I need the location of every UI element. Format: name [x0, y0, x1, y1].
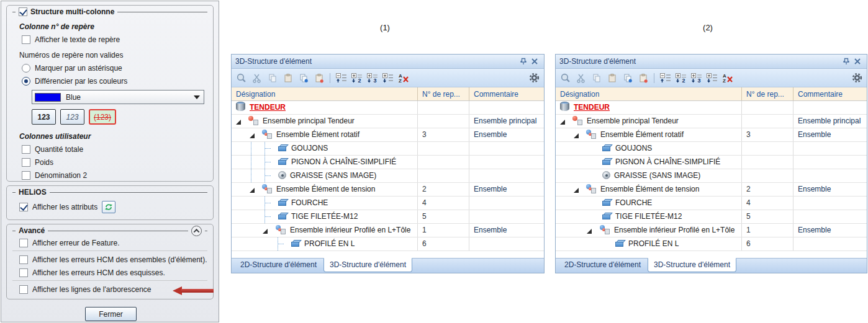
table-row[interactable]: PROFILÉ EN L 6 [556, 237, 867, 251]
copy-special-icon[interactable] [622, 73, 633, 83]
poids-checkbox[interactable] [22, 158, 30, 167]
group-avance-title: Avancé [19, 226, 45, 235]
lignes-arborescence-checkbox[interactable] [19, 285, 28, 294]
collapse-all-icon[interactable] [335, 73, 347, 83]
column-commentaire[interactable]: Commentaire [469, 87, 544, 100]
table-row[interactable]: TIGE FILETÉE-M12 5 [556, 210, 867, 224]
grease-icon [278, 171, 286, 179]
tree-line [264, 197, 265, 210]
table-row[interactable]: FOURCHE 4 [556, 197, 867, 210]
expander-icon[interactable] [574, 188, 579, 193]
table-header: Désignation N° de rep... Commentaire [556, 87, 867, 101]
table-row[interactable]: GOUJONS [556, 142, 867, 156]
divider [12, 280, 207, 281]
quantite-totale-checkbox[interactable] [22, 145, 30, 154]
assembly-icon [599, 225, 610, 234]
structure-multicolonne-checkbox[interactable] [19, 7, 27, 16]
group-helios-title: HELiOS [19, 188, 47, 197]
settings-gear-icon[interactable] [851, 73, 863, 83]
expander-icon[interactable] [574, 133, 579, 138]
color-dropdown[interactable]: Blue [32, 90, 204, 104]
column-commentaire[interactable]: Commentaire [793, 87, 867, 100]
collapse-all-icon[interactable] [659, 73, 671, 83]
tab-2d-structure[interactable]: 2D-Structure d'élément [559, 259, 646, 272]
table-row[interactable]: Ensemble principal Tendeur Ensemble prin… [556, 115, 867, 128]
denomination2-checkbox[interactable] [22, 171, 30, 180]
refresh-attributes-button[interactable] [102, 201, 115, 213]
erreur-feature-checkbox[interactable] [19, 239, 28, 247]
table-row[interactable]: PROFILÉ EN L 6 [232, 237, 544, 251]
table-row[interactable]: Ensemble Élément rotatif 3Ensemble [232, 128, 544, 142]
remove-sort-icon[interactable]: AZ [397, 73, 409, 83]
pin-icon[interactable] [841, 56, 852, 66]
cut-icon[interactable] [251, 73, 263, 83]
table-row[interactable]: Ensemble Élément de tension 2Ensemble [556, 183, 867, 197]
expander-icon[interactable] [560, 120, 565, 125]
afficher-texte-repere-checkbox[interactable] [22, 35, 30, 44]
expand-all-icon[interactable] [706, 73, 718, 83]
svg-text:3: 3 [373, 77, 376, 83]
table-row[interactable]: Ensemble principal Tendeur Ensemble prin… [232, 115, 544, 128]
tab-2d-structure[interactable]: 2D-Structure d'élément [235, 259, 322, 272]
erreurs-hcm-esquisses-label: Afficher les erreurs HCM des esquisses. [32, 268, 165, 277]
table-row[interactable]: GRAISSE (SANS IMAGE) [232, 169, 544, 183]
table-row[interactable]: PIGNON À CHAÎNE-SIMPLIFIÉ [232, 156, 544, 169]
fermer-button[interactable]: Fermer [85, 307, 137, 321]
table-row[interactable]: Ensemble Élément rotatif 3Ensemble [556, 128, 867, 142]
sample-italic-button[interactable]: 123 [60, 109, 84, 125]
paste-icon[interactable] [606, 73, 618, 83]
sample-normal-button[interactable]: 123 [32, 109, 56, 125]
column-repere[interactable]: N° de rep... [418, 87, 469, 100]
structure-tree: TENDEUR Ensemble principal Tendeur Ensem… [556, 101, 867, 258]
refresh-icon [104, 203, 113, 211]
table-row[interactable]: PIGNON À CHAÎNE-SIMPLIFIÉ [556, 156, 867, 169]
settings-gear-icon[interactable] [528, 73, 540, 83]
tab-3d-structure[interactable]: 3D-Structure d'élément [648, 258, 736, 272]
expander-icon[interactable] [250, 188, 255, 193]
expand-all-icon[interactable] [382, 73, 394, 83]
close-icon[interactable] [529, 56, 540, 66]
table-row[interactable]: TIGE FILETÉE-M12 5 [232, 210, 544, 224]
copy-special-icon[interactable] [297, 73, 309, 83]
table-row[interactable]: FOURCHE 4 [232, 197, 544, 210]
expander-icon[interactable] [236, 120, 241, 125]
expander-icon[interactable] [263, 229, 268, 234]
collapse-group-button[interactable] [191, 226, 202, 236]
structure-panel-1: 3D-Structure d'élément 2 3 AZ [231, 54, 545, 273]
differencier-couleurs-radio[interactable] [22, 77, 30, 86]
erreurs-hcm-esquisses-checkbox[interactable] [19, 268, 28, 277]
table-header: Désignation N° de rep... Commentaire [232, 87, 544, 101]
table-row[interactable]: Ensemble inférieur Profilé en L+Tôle 1En… [556, 224, 867, 237]
copy-icon[interactable] [266, 73, 278, 83]
expand-level-3-icon[interactable]: 3 [690, 73, 702, 83]
cut-icon[interactable] [575, 73, 587, 83]
close-icon[interactable] [852, 56, 863, 66]
sample-invalid-button[interactable]: (123) [89, 109, 116, 125]
search-icon[interactable] [235, 73, 247, 83]
paste-special-icon[interactable] [637, 73, 649, 83]
expand-level-2-icon[interactable]: 2 [351, 73, 363, 83]
table-row[interactable]: GRAISSE (SANS IMAGE) [556, 169, 867, 183]
afficher-attributs-checkbox[interactable] [19, 203, 28, 211]
column-repere[interactable]: N° de rep... [742, 87, 793, 100]
expander-icon[interactable] [250, 133, 255, 138]
table-row[interactable]: TENDEUR [232, 101, 544, 115]
table-row[interactable]: Ensemble Élément de tension 2Ensemble [232, 183, 544, 197]
table-row[interactable]: Ensemble inférieur Profilé en L+Tôle 1En… [232, 224, 544, 237]
remove-sort-icon[interactable]: AZ [721, 73, 733, 83]
expander-icon[interactable] [587, 229, 592, 234]
paste-special-icon[interactable] [313, 73, 325, 83]
search-icon[interactable] [559, 73, 571, 83]
paste-icon[interactable] [282, 73, 294, 83]
column-designation[interactable]: Désignation [232, 87, 418, 100]
tab-3d-structure[interactable]: 3D-Structure d'élément [323, 258, 412, 272]
column-designation[interactable]: Désignation [556, 87, 742, 100]
expand-level-2-icon[interactable]: 2 [675, 73, 687, 83]
table-row[interactable]: GOUJONS [232, 142, 544, 156]
marquer-asterisque-radio[interactable] [22, 64, 30, 73]
copy-icon[interactable] [590, 73, 602, 83]
erreurs-hcm-ensembles-checkbox[interactable] [19, 255, 28, 264]
expand-level-3-icon[interactable]: 3 [366, 73, 378, 83]
pin-icon[interactable] [518, 56, 529, 66]
table-row[interactable]: TENDEUR [556, 101, 867, 115]
